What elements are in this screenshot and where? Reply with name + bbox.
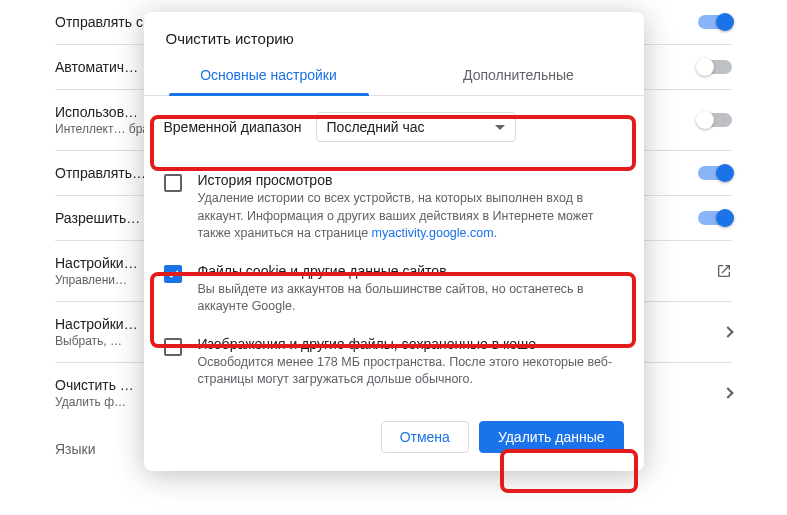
tab-basic[interactable]: Основные настройки xyxy=(144,57,394,95)
dialog-title: Очистить историю xyxy=(144,12,644,57)
time-range-label: Временной диапазон xyxy=(164,119,302,135)
chevron-down-icon xyxy=(495,125,505,130)
checkbox[interactable] xyxy=(164,174,182,192)
cancel-button[interactable]: Отмена xyxy=(381,421,469,453)
time-range-value: Последний час xyxy=(327,119,425,135)
clear-option-2: Изображения и другие файлы, сохраненные … xyxy=(164,326,624,399)
option-desc: Вы выйдете из аккаунтов на большинстве с… xyxy=(198,281,624,316)
option-title: Файлы cookie и другие данные сайтов xyxy=(198,263,624,279)
tab-advanced[interactable]: Дополнительные xyxy=(394,57,644,95)
clear-data-button[interactable]: Удалить данные xyxy=(479,421,624,453)
clear-option-1: Файлы cookie и другие данные сайтовВы вы… xyxy=(164,253,624,326)
dialog-footer: Отмена Удалить данные xyxy=(144,407,644,471)
link[interactable]: myactivity.google.com xyxy=(372,226,494,240)
option-title: История просмотров xyxy=(198,172,624,188)
option-title: Изображения и другие файлы, сохраненные … xyxy=(198,336,624,352)
clear-history-dialog: Очистить историю Основные настройки Допо… xyxy=(144,12,644,471)
checkbox[interactable] xyxy=(164,265,182,283)
time-range-row: Временной диапазон Последний час xyxy=(144,96,644,158)
dialog-tabs: Основные настройки Дополнительные xyxy=(144,57,644,96)
clear-data-options: История просмотровУдаление истории со вс… xyxy=(144,158,644,407)
clear-option-0: История просмотровУдаление истории со вс… xyxy=(164,162,624,253)
modal-overlay: Очистить историю Основные настройки Допо… xyxy=(0,0,787,515)
checkbox[interactable] xyxy=(164,338,182,356)
option-desc: Удаление истории со всех устройств, на к… xyxy=(198,190,624,243)
time-range-select[interactable]: Последний час xyxy=(316,112,516,142)
option-desc: Освободится менее 178 МБ пространства. П… xyxy=(198,354,624,389)
